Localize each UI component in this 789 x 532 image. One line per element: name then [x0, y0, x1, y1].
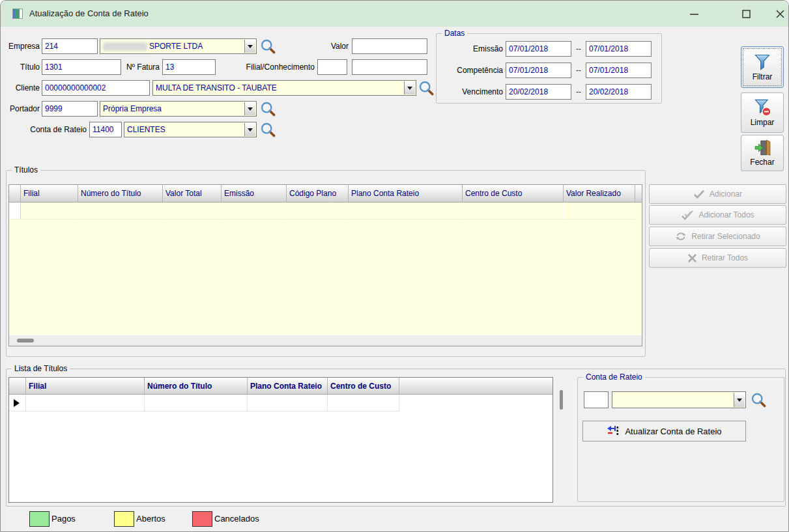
adicionar-todos-button[interactable]: Adicionar Todos — [649, 205, 786, 225]
cliente-label: Cliente — [6, 83, 40, 93]
double-check-icon — [681, 210, 694, 220]
adicionar-label: Adicionar — [710, 189, 742, 199]
portador-code-input[interactable] — [42, 101, 98, 117]
title-bar: Atualização de Conta de Rateio — [1, 1, 789, 27]
conta-rateio-combo[interactable]: CLIENTES — [124, 122, 257, 137]
vencimento-from-input[interactable] — [506, 84, 571, 100]
empresa-combo[interactable]: SPORTE LTDA — [100, 38, 257, 54]
fechar-label: Fechar — [750, 158, 774, 167]
redacted-text — [103, 42, 147, 51]
panel-search-icon[interactable] — [751, 392, 766, 408]
date-separator: -- — [573, 84, 584, 100]
competencia-to-input[interactable] — [586, 63, 652, 78]
conta-rateio-search-icon[interactable] — [260, 122, 276, 137]
retirar-todos-label: Retirar Todos — [702, 253, 748, 262]
conta-rateio-label: Conta de Rateio — [6, 124, 87, 135]
maximize-button[interactable] — [731, 1, 761, 27]
col-header: Valor Realizado — [564, 185, 635, 203]
col-header: Centro de Custo — [463, 185, 564, 203]
titulos-grid-header: Filial Número do Título Valor Total Emis… — [9, 185, 642, 203]
col-header: Plano Conta Rateio — [349, 185, 463, 203]
panel-code-input[interactable] — [584, 391, 609, 408]
limpar-button[interactable]: Limpar — [741, 92, 784, 133]
chevron-down-icon — [407, 87, 412, 90]
portador-combo[interactable]: Própria Empresa — [100, 101, 257, 117]
legend-label-abertos: Abertos — [136, 511, 165, 527]
emissao-to-input[interactable] — [586, 41, 652, 57]
portador-search-icon[interactable] — [260, 101, 276, 117]
minimize-button[interactable] — [679, 1, 709, 27]
valor-input[interactable] — [352, 38, 427, 54]
chevron-down-icon — [248, 107, 253, 111]
lista-vscroll-thumb[interactable] — [560, 390, 563, 410]
date-separator: -- — [573, 41, 584, 57]
fechar-button[interactable]: Fechar — [741, 135, 784, 171]
col-header: Filial — [26, 378, 145, 395]
lista-grid-header: Filial Número do Título Plano Conta Rate… — [9, 378, 552, 395]
titulos-grid[interactable]: Filial Número do Título Valor Total Emis… — [8, 184, 642, 346]
retirar-selecionado-label: Retirar Selecionado — [691, 232, 760, 241]
atualizar-conta-rateio-button[interactable]: Atualizar Conta de Rateio — [582, 421, 746, 441]
cliente-combo-dropdown[interactable] — [404, 81, 415, 94]
vencimento-to-input[interactable] — [586, 84, 652, 100]
vencimento-label: Vencimento — [438, 84, 503, 100]
update-arrow-icon — [607, 425, 620, 438]
retirar-todos-button[interactable]: Retirar Todos — [649, 248, 786, 268]
conta-rateio-combo-dropdown[interactable] — [244, 123, 255, 136]
empresa-combo-value: SPORTE LTDA — [149, 42, 203, 51]
col-header: Centro de Custo — [328, 378, 399, 395]
adicionar-todos-label: Adicionar Todos — [698, 210, 754, 219]
refresh-icon — [675, 231, 687, 242]
competencia-from-input[interactable] — [506, 63, 571, 78]
col-header: Número do Título — [78, 185, 163, 203]
legend-swatch-abertos — [114, 511, 134, 527]
titulos-group-title: Títulos — [12, 165, 40, 175]
x-icon — [687, 253, 697, 263]
chevron-down-icon — [248, 128, 253, 132]
portador-combo-value: Própria Empresa — [103, 104, 162, 113]
retirar-selecionado-button[interactable]: Retirar Selecionado — [649, 227, 786, 246]
fatura-input[interactable] — [162, 59, 216, 75]
competencia-label: Competência — [438, 63, 503, 78]
panel-conta-combo[interactable] — [612, 391, 746, 408]
col-header: Emissão — [222, 185, 287, 203]
filial-input[interactable] — [317, 59, 347, 75]
col-header: Código Plano — [287, 185, 349, 203]
titulo-input[interactable] — [42, 59, 121, 75]
empresa-search-icon[interactable] — [260, 38, 276, 54]
legend-swatch-pagos — [29, 511, 50, 527]
conhecimento-input[interactable] — [352, 59, 427, 75]
table-row[interactable] — [9, 395, 552, 412]
empresa-code-input[interactable] — [42, 38, 98, 54]
empresa-combo-dropdown[interactable] — [244, 40, 255, 53]
cliente-combo[interactable]: MULTA DE TRANSITO - TAUBATE — [152, 80, 416, 96]
panel-conta-combo-dropdown[interactable] — [734, 393, 745, 407]
titulos-grid-body[interactable] — [9, 203, 642, 336]
lista-grid-body[interactable] — [9, 395, 552, 502]
titulo-label: Título — [6, 62, 40, 72]
adicionar-button[interactable]: Adicionar — [649, 184, 786, 204]
window-atualizacao-conta-rateio: Atualização de Conta de Rateio Empresa S… — [0, 0, 789, 532]
close-button[interactable] — [765, 1, 789, 27]
conta-rateio-code-input[interactable] — [89, 122, 122, 137]
col-header: Valor Total — [163, 185, 222, 203]
row-indicator-header — [9, 378, 26, 395]
filtrar-button[interactable]: Filtrar — [741, 46, 784, 88]
col-header: Filial — [21, 185, 78, 203]
col-header-filler — [635, 185, 642, 203]
table-row[interactable] — [9, 203, 642, 219]
lista-titulos-grid[interactable]: Filial Número do Título Plano Conta Rate… — [8, 377, 553, 503]
cliente-search-icon[interactable] — [418, 80, 434, 96]
titulos-hscroll-thumb[interactable] — [17, 339, 34, 343]
col-header: Número do Título — [145, 378, 248, 395]
emissao-label: Emissão — [438, 41, 503, 57]
conta-rateio-panel-title: Conta de Rateio — [583, 372, 645, 382]
datas-group: Datas Emissão -- Competência -- Vencimen… — [436, 33, 662, 104]
filter-icon — [753, 53, 772, 71]
cliente-code-input[interactable] — [42, 80, 150, 96]
portador-combo-dropdown[interactable] — [244, 102, 255, 115]
titulos-hscrollbar[interactable] — [9, 335, 642, 346]
emissao-from-input[interactable] — [506, 41, 571, 57]
empresa-label: Empresa — [6, 41, 40, 51]
date-separator: -- — [573, 63, 584, 78]
